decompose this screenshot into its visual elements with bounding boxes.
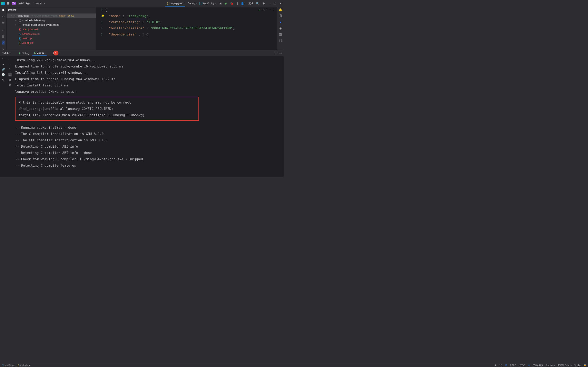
check-icon: ✔ (259, 8, 260, 11)
print-icon[interactable]: 🖶 (9, 78, 11, 82)
right-tool-rail: 🔔 🗄 ● ◉ ◫ ⬚ (277, 7, 284, 50)
debug-icon[interactable]: 🐞 (230, 2, 233, 5)
console-line: -- Detecting C compiler ABI info - done (15, 150, 282, 156)
chevron-down-icon[interactable]: ˅ (269, 8, 270, 11)
highlighted-region: # this is heuristically generated, and m… (15, 97, 199, 121)
cmake-tab-debug-trace[interactable]: Debug- (33, 50, 47, 56)
folder-icon: ▢ (19, 23, 21, 26)
line-number: 5 (96, 31, 105, 38)
cpp-file-icon: ◧ (19, 37, 21, 40)
cmake-icon (18, 52, 21, 54)
more-icon[interactable]: ⋮ (273, 8, 275, 11)
line-number: 1 (96, 7, 105, 13)
console-line: Total install time: 33.7 ms (15, 82, 282, 89)
console-line: Installing 3/3 lunasvg:x64-windows... (15, 69, 282, 76)
cmake-icon (34, 52, 36, 54)
code-editor[interactable]: ✔ 2 ˄ ˅ ⋮ 1{ 2💡 "name" : "testvcpkg", 3 … (96, 7, 277, 50)
minimize-icon[interactable]: — (268, 2, 271, 5)
code-line: "builtin-baseline" : "000d1bda1ffa95a73e… (105, 25, 235, 31)
code-with-me-icon[interactable]: 👤⁺ (241, 2, 246, 5)
settings-icon[interactable]: ⚙ (2, 78, 4, 81)
cmake-tool-icon[interactable]: △ (2, 41, 5, 45)
cmake-left-toolbar: ↻ ■ 🔗 🕓 ⚙ (0, 56, 7, 177)
left-tool-rail: ▣ ◦○ ⧉ … ▤ △ ▷ ◔ ▣ ◷ ᚶ (0, 7, 7, 50)
console-line: Elapsed time to handle vcpkg-cmake:x64-w… (15, 63, 282, 69)
project-tool-icon[interactable]: ▣ (2, 8, 4, 11)
more-tool-icon[interactable]: … (2, 28, 5, 31)
run-icon[interactable]: ▶ (225, 2, 227, 5)
tree-folder[interactable]: ▸▢ cmake-build-debug (7, 18, 96, 22)
wrap-icon[interactable]: ⤵ (9, 68, 11, 71)
structure-tool-icon[interactable]: ⧉ (2, 21, 4, 25)
console-line: -- Running vcpkg install - done (15, 124, 282, 131)
close-icon[interactable]: ✕ (279, 2, 282, 5)
project-tree[interactable]: ▾ ▢ testVcpkg ~ F:\CLion_code\testVcpkg … (7, 13, 96, 50)
translate-icon[interactable]: 文A (249, 2, 253, 5)
maximize-icon[interactable]: ▢ (274, 2, 276, 5)
editor-tab-vcpkg[interactable]: { } vcpkg.json (165, 0, 185, 7)
cmake-left-toolbar2: ↑ ↓ ⤵ ⤓ 🖶 🗑 (7, 56, 13, 177)
json-file-icon: { } (167, 2, 169, 5)
code-line: { (105, 7, 107, 13)
tree-file[interactable]: ◧ .clang-format (7, 27, 96, 31)
search-icon[interactable]: 🔍 (256, 2, 259, 5)
database-icon[interactable]: 🗄 (279, 14, 282, 17)
editor-inspection-widget[interactable]: ✔ 2 ˄ ˅ ⋮ (259, 8, 275, 11)
trash-icon[interactable]: 🗑 (9, 83, 11, 87)
tree-folder[interactable]: ▸▢ cmake-build-debug-event-trace (7, 22, 96, 27)
build-config-selector[interactable]: Debug▾ (188, 2, 197, 5)
code-line: 💡 "name" : "testvcpkg", (105, 13, 150, 19)
reload-icon[interactable]: ↻ (2, 58, 4, 61)
notifications-icon[interactable]: 🔔 (279, 8, 282, 11)
more-actions-icon[interactable]: ⋮ (236, 2, 239, 5)
cmake-tabs: CMake Debug Debug- trace 1 ⋮ — (0, 50, 284, 56)
attach-icon[interactable]: 🔗 (2, 68, 5, 71)
console-line: find_package(unofficial-lunasvg CONFIG R… (19, 106, 195, 112)
console-line: -- The C compiler identification is GNU … (15, 131, 282, 137)
project-badge: TV (12, 2, 16, 5)
build-icon[interactable]: ⚒ (219, 2, 222, 5)
project-selector[interactable]: testVcpkg▾ (18, 2, 30, 5)
gradle-icon[interactable]: ⬚ (279, 39, 282, 42)
tree-file[interactable]: ◧ main.cpp (7, 36, 96, 40)
project-sidebar: Project▾ ▾ ▢ testVcpkg ~ F:\CLion_code\t… (7, 7, 96, 50)
scroll-end-icon[interactable]: ⤓ (8, 73, 12, 76)
project-header[interactable]: Project▾ (7, 7, 96, 13)
cmake-console[interactable]: Installing 2/3 vcpkg-cmake:x64-windows..… (13, 56, 284, 177)
file-icon: ◧ (19, 28, 21, 31)
code-line: "version-string" : "1.0.0", (105, 19, 162, 25)
bulb-icon[interactable]: 💡 (101, 13, 104, 19)
branch-icon: ᚶ (32, 2, 34, 5)
minimize-tool-icon[interactable]: — (279, 51, 282, 55)
run-target-selector[interactable]: testVcpkg▾ (199, 2, 216, 5)
vcpkg-icon[interactable]: ◫ (279, 33, 282, 36)
chevron-up-icon[interactable]: ˄ (266, 8, 267, 11)
console-line: -- Check for working C compiler: C:/ming… (15, 156, 282, 162)
folder-icon: ▢ (14, 14, 16, 17)
code-line: "dependencies" : [ { (105, 31, 148, 38)
console-line: -- The CXX compiler identification is GN… (15, 137, 282, 143)
tree-file[interactable]: {} vcpkg.json (7, 40, 96, 45)
console-line: -- Detecting C compile features (15, 162, 282, 169)
down-icon[interactable]: ↓ (9, 63, 11, 66)
copilot-icon[interactable]: ◉ (279, 26, 282, 30)
up-icon[interactable]: ↑ (9, 58, 11, 61)
cmake-tab-debug[interactable]: Debug (17, 50, 31, 56)
tree-root[interactable]: ▾ ▢ testVcpkg ~ F:\CLion_code\testVcpkg … (7, 13, 96, 18)
history-icon[interactable]: 🕓 (2, 73, 5, 76)
folder-icon: ▢ (19, 19, 21, 22)
console-line: -- Detecting C compiler ABI info (15, 143, 282, 150)
tree-file[interactable]: △ CMakeLists.txt (7, 31, 96, 36)
console-line: target_link_libraries(main PRIVATE unoff… (19, 112, 195, 118)
commit-tool-icon[interactable]: ◦○ (2, 15, 4, 18)
ai-assistant-icon[interactable]: ● (279, 20, 281, 24)
console-line: # this is heuristically generated, and m… (19, 99, 195, 106)
settings-icon[interactable]: ⚙ (262, 2, 265, 5)
bookmarks-icon[interactable]: ▤ (2, 34, 5, 38)
vcs-branch-selector[interactable]: ᚶ master▾ (32, 2, 45, 5)
main-menu-icon[interactable]: ☰ (7, 2, 9, 5)
bottom-tool-window: CMake Debug Debug- trace 1 ⋮ — ↻ ■ 🔗 🕓 ⚙… (0, 50, 284, 177)
tool-options-icon[interactable]: ⋮ (275, 51, 277, 55)
stop-icon[interactable]: ■ (2, 63, 4, 66)
console-line: Installing 2/3 vcpkg-cmake:x64-windows..… (15, 57, 282, 63)
